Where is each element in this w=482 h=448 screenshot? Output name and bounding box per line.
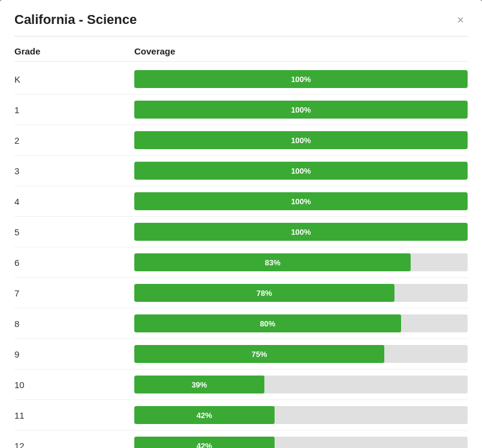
table-row: 880% bbox=[14, 308, 468, 339]
column-header-coverage: Coverage bbox=[134, 46, 468, 56]
bar-fill: 75% bbox=[134, 345, 384, 363]
table-header: Grade Coverage bbox=[14, 46, 468, 62]
grade-label: K bbox=[14, 74, 134, 84]
bar-label: 75% bbox=[251, 350, 267, 359]
bar-label: 42% bbox=[197, 411, 212, 420]
bar-label: 100% bbox=[291, 105, 311, 114]
bar-container: 100% bbox=[134, 162, 468, 180]
table-row: 1242% bbox=[14, 431, 468, 448]
bar-container: 80% bbox=[134, 314, 468, 332]
table-row: 2100% bbox=[14, 125, 468, 156]
grade-label: 6 bbox=[14, 258, 134, 268]
bar-fill: 78% bbox=[134, 284, 394, 302]
grade-label: 5 bbox=[14, 227, 134, 237]
bar-fill: 39% bbox=[134, 376, 264, 393]
bar-container: 78% bbox=[134, 284, 468, 302]
bar-label: 100% bbox=[291, 167, 311, 175]
bar-fill: 100% bbox=[134, 162, 468, 180]
table-row: 778% bbox=[14, 278, 468, 308]
bar-container: 100% bbox=[134, 101, 468, 119]
rows-container: K100%1100%2100%3100%4100%5100%683%778%88… bbox=[14, 64, 468, 448]
bar-container: 100% bbox=[134, 131, 468, 149]
bar-label: 80% bbox=[260, 319, 275, 328]
bar-fill: 83% bbox=[134, 253, 411, 271]
bar-label: 100% bbox=[291, 136, 311, 145]
grade-label: 11 bbox=[14, 410, 134, 420]
column-header-grade: Grade bbox=[14, 46, 134, 56]
grade-label: 10 bbox=[14, 380, 134, 390]
grade-label: 2 bbox=[14, 135, 134, 146]
bar-label: 78% bbox=[257, 289, 272, 298]
grade-label: 8 bbox=[14, 319, 134, 329]
bar-fill: 100% bbox=[134, 192, 468, 210]
bar-container: 100% bbox=[134, 223, 468, 241]
bar-container: 39% bbox=[134, 376, 468, 393]
bar-label: 100% bbox=[291, 197, 311, 206]
modal-header: California - Science × bbox=[14, 12, 468, 37]
bar-label: 100% bbox=[291, 75, 311, 84]
table-row: 3100% bbox=[14, 156, 468, 186]
table-row: 5100% bbox=[14, 217, 468, 247]
bar-container: 83% bbox=[134, 253, 468, 271]
bar-fill: 42% bbox=[134, 406, 275, 424]
modal-dialog: California - Science × Grade Coverage K1… bbox=[0, 0, 482, 448]
modal-title: California - Science bbox=[14, 12, 137, 28]
grade-label: 1 bbox=[14, 105, 134, 115]
grade-label: 12 bbox=[14, 441, 134, 449]
bar-fill: 100% bbox=[134, 131, 468, 149]
table-row: 1100% bbox=[14, 95, 468, 125]
table-row: 1142% bbox=[14, 400, 468, 431]
bar-fill: 80% bbox=[134, 314, 401, 332]
bar-fill: 100% bbox=[134, 70, 468, 88]
grade-label: 7 bbox=[14, 288, 134, 298]
bar-label: 100% bbox=[291, 228, 311, 237]
bar-container: 100% bbox=[134, 192, 468, 210]
table-row: 1039% bbox=[14, 370, 468, 400]
table-row: 975% bbox=[14, 339, 468, 370]
close-button[interactable]: × bbox=[453, 13, 468, 27]
grade-label: 4 bbox=[14, 196, 134, 207]
bar-label: 83% bbox=[265, 258, 281, 267]
bar-container: 42% bbox=[134, 437, 468, 448]
grade-label: 9 bbox=[14, 349, 134, 359]
bar-fill: 100% bbox=[134, 101, 468, 119]
bar-fill: 100% bbox=[134, 223, 468, 241]
bar-container: 100% bbox=[134, 70, 468, 88]
table-row: K100% bbox=[14, 64, 468, 95]
grade-label: 3 bbox=[14, 166, 134, 176]
bar-label: 39% bbox=[191, 380, 207, 389]
bar-label: 42% bbox=[197, 441, 212, 449]
bar-container: 42% bbox=[134, 406, 468, 424]
bar-container: 75% bbox=[134, 345, 468, 363]
table-row: 4100% bbox=[14, 186, 468, 217]
table-row: 683% bbox=[14, 247, 468, 278]
bar-fill: 42% bbox=[134, 437, 275, 448]
